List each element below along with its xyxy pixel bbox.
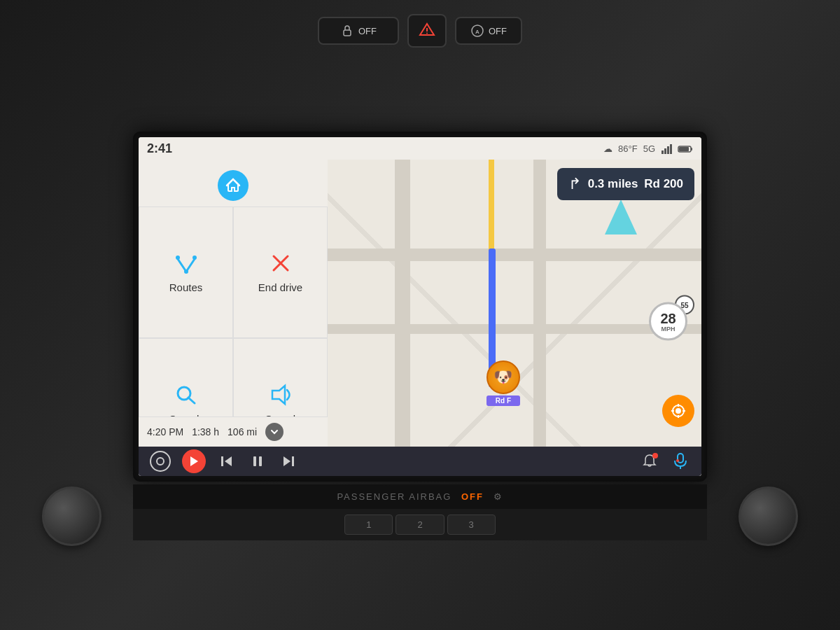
svg-rect-9 <box>670 144 672 154</box>
screen-bezel: 2:41 ☁ 86°F 5G <box>133 132 707 482</box>
home-icon <box>225 177 241 194</box>
weather-icon: ☁ <box>603 144 612 154</box>
airbag-bar: PASSENGER AIRBAG OFF ⚙ <box>133 484 707 509</box>
svg-point-14 <box>192 255 197 260</box>
signal-bars-icon <box>661 144 672 155</box>
svg-point-22 <box>676 408 681 414</box>
chevron-down-icon <box>270 427 279 437</box>
left-volume-knob[interactable] <box>42 486 102 546</box>
turn-arrow-icon: ↱ <box>568 175 581 193</box>
menu-item-routes[interactable]: Routes <box>139 206 233 338</box>
hazard-icon <box>419 22 435 36</box>
preset-button-3[interactable]: 3 <box>447 514 496 535</box>
svg-rect-12 <box>679 147 689 151</box>
battery-icon <box>678 145 693 153</box>
auto-off-label: OFF <box>489 26 507 36</box>
menu-item-end-drive[interactable]: End drive <box>233 206 328 338</box>
map-road-h1 <box>328 248 701 261</box>
lock-icon <box>340 24 354 38</box>
trip-distance: 106 mi <box>227 426 257 438</box>
nav-distance-value: 0.3 miles <box>588 177 638 190</box>
notification-dot <box>652 453 658 458</box>
cyan-direction-arrow <box>603 198 638 239</box>
map-background <box>328 160 701 476</box>
location-icon <box>670 402 687 419</box>
nav-instruction: 0.3 miles Rd 200 <box>588 177 683 191</box>
trip-info: 4:20 PM 1:38 h 106 mi <box>139 416 328 447</box>
svg-text:A: A <box>475 29 479 35</box>
svg-point-3 <box>426 33 428 34</box>
svg-rect-7 <box>664 148 666 154</box>
waze-character: 🐶 Rd F <box>486 360 520 406</box>
svg-point-38 <box>676 459 679 462</box>
svg-rect-8 <box>667 146 669 154</box>
nav-banner: ↱ 0.3 miles Rd 200 <box>557 168 694 200</box>
car-panel: OFF A OFF 2:41 ☁ 86°F <box>0 0 840 630</box>
current-speed: 28 MPH <box>649 302 687 341</box>
map-road-v1 <box>395 160 410 476</box>
speed-value: 28 <box>660 311 676 325</box>
svg-rect-33 <box>259 456 262 466</box>
main-content: Routes End drive <box>139 160 701 476</box>
signal-strength: 5G <box>643 144 655 154</box>
top-hardware-buttons: OFF A OFF <box>318 14 522 48</box>
speed-indicator: 55 28 MPH <box>649 295 694 341</box>
speed-unit: MPH <box>662 325 676 332</box>
waze-avatar: 🐶 <box>486 360 520 394</box>
airbag-status: OFF <box>461 491 484 502</box>
map-road-h2 <box>328 324 701 334</box>
map-area[interactable]: ↱ 0.3 miles Rd 200 55 28 MPH <box>328 160 701 476</box>
arrival-time: 4:20 PM <box>147 426 183 438</box>
sound-icon <box>267 382 295 407</box>
screen: 2:41 ☁ 86°F 5G <box>139 137 701 476</box>
svg-point-15 <box>184 270 188 274</box>
media-record-button[interactable] <box>150 451 171 472</box>
svg-rect-0 <box>344 30 351 36</box>
auto-off-button[interactable]: A OFF <box>455 17 522 45</box>
right-tuner-knob[interactable] <box>738 486 798 546</box>
hazard-button[interactable] <box>407 14 447 48</box>
search-icon <box>172 382 200 407</box>
svg-rect-11 <box>691 148 692 150</box>
microphone-button[interactable] <box>671 451 690 471</box>
svg-line-19 <box>188 398 195 403</box>
temperature: 86°F <box>618 144 638 154</box>
trip-duration: 1:38 h <box>192 426 219 438</box>
lock-off-button[interactable]: OFF <box>318 17 399 45</box>
svg-marker-21 <box>605 200 637 234</box>
svg-rect-6 <box>662 150 664 154</box>
auto-icon: A <box>470 24 484 38</box>
svg-marker-34 <box>284 456 290 466</box>
routes-icon <box>172 251 200 276</box>
road-label: Rd F <box>486 396 520 406</box>
record-icon <box>155 456 165 466</box>
prev-track-button[interactable] <box>217 451 237 471</box>
pause-icon <box>252 456 263 467</box>
svg-point-13 <box>176 255 180 260</box>
preset-button-2[interactable]: 2 <box>396 514 444 535</box>
next-track-button[interactable] <box>279 451 298 471</box>
svg-rect-35 <box>292 456 294 466</box>
play-icon <box>189 456 199 467</box>
status-right: ☁ 86°F 5G <box>603 144 693 155</box>
trip-expand-button[interactable] <box>265 423 284 441</box>
svg-marker-30 <box>225 456 232 466</box>
routes-label: Routes <box>169 281 203 293</box>
left-panel: Routes End drive <box>139 160 328 476</box>
preset-button-1[interactable]: 1 <box>344 514 393 535</box>
media-bar <box>139 447 701 476</box>
status-bar: 2:41 ☁ 86°F 5G <box>139 137 701 159</box>
recenter-button[interactable] <box>662 395 694 427</box>
clock: 2:41 <box>147 141 172 156</box>
svg-point-28 <box>157 458 164 465</box>
play-button[interactable] <box>182 449 206 473</box>
notification-button[interactable] <box>640 451 659 471</box>
home-button[interactable] <box>218 170 248 201</box>
end-drive-label: End drive <box>258 281 302 293</box>
hw-preset-buttons: 1 2 3 <box>133 509 707 540</box>
next-icon <box>282 456 295 467</box>
svg-rect-32 <box>253 456 256 466</box>
pause-button[interactable] <box>248 451 267 471</box>
airbag-icon: ⚙ <box>493 491 503 502</box>
prev-icon <box>220 456 233 467</box>
